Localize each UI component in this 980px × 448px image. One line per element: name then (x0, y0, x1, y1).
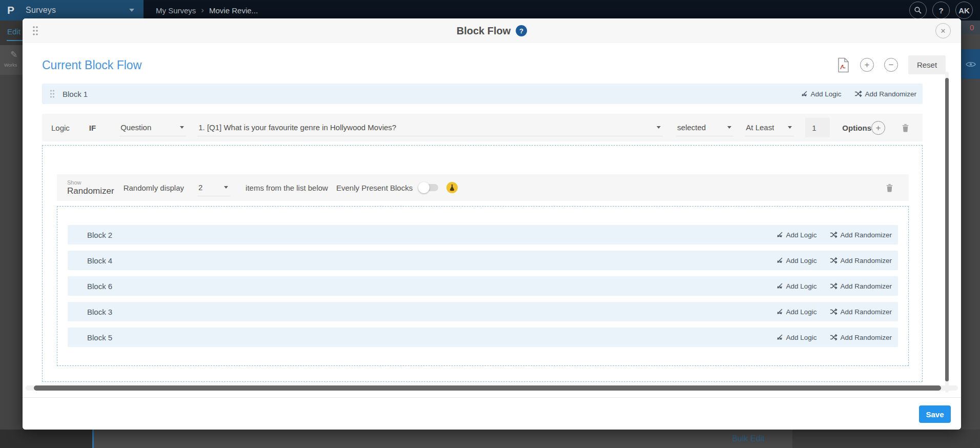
minus-icon: − (889, 60, 894, 69)
right-rail (961, 21, 980, 430)
bottom-left-panel (0, 430, 92, 448)
sidebar-item-workspace[interactable]: ✎ Works (0, 45, 23, 75)
add-condition-button[interactable]: + (871, 121, 885, 135)
add-logic-button[interactable]: Add Logic (801, 90, 841, 98)
bulk-edit-link[interactable]: Bulk Edit (715, 430, 782, 448)
export-pdf-icon[interactable] (837, 57, 850, 73)
questionpro-logo: P (7, 4, 14, 16)
randomizer-mode-label: Randomly display (124, 184, 184, 192)
add-logic-button[interactable]: Add Logic (776, 282, 816, 290)
block-row-block1[interactable]: Block 1 Add Logic Add Randomizer (42, 84, 923, 104)
product-name: Surveys (26, 6, 56, 15)
horizontal-scrollbar-thumb[interactable] (34, 385, 941, 391)
block-label: Block 5 (87, 333, 112, 342)
add-randomizer-button[interactable]: Add Randomizer (854, 90, 916, 98)
section-title: Current Block Flow (42, 58, 141, 72)
active-tab-underline (7, 40, 23, 41)
block-label: Block 4 (87, 256, 112, 265)
delete-logic-icon[interactable] (902, 124, 909, 132)
search-icon (914, 6, 922, 14)
randomizer-header: Show Randomizer Randomly display 2 items… (57, 174, 909, 201)
zoom-in-button[interactable]: + (860, 58, 874, 72)
notification-badge: 0 (961, 21, 980, 34)
preview-button[interactable] (961, 49, 980, 79)
logic-row: Logic IF Question 1. [Q1] What is your f… (42, 114, 923, 141)
randomizer-items-label: items from the list below (246, 184, 328, 192)
workspace-icon: ✎ (10, 49, 17, 60)
drag-handle-icon[interactable] (32, 25, 39, 36)
block-row-block5[interactable]: Block 5 Add Logic Add Randomizer (68, 328, 898, 347)
breadcrumb-separator-icon: › (201, 5, 204, 15)
shuffle-icon (854, 90, 862, 97)
logic-branch-icon (801, 90, 808, 97)
avatar[interactable]: AK (955, 2, 973, 19)
block-flow-modal: Block Flow ? ✕ Current Block Flow + − Re… (23, 18, 961, 430)
add-logic-button[interactable]: Add Logic (776, 257, 816, 264)
add-randomizer-button[interactable]: Add Randomizer (830, 257, 892, 264)
add-logic-button[interactable]: Add Logic (776, 231, 816, 239)
logic-branch-icon (776, 334, 783, 341)
block-row-block2[interactable]: Block 2 Add Logic Add Randomizer (68, 225, 898, 245)
close-icon: ✕ (941, 27, 946, 35)
help-button[interactable]: ? (932, 2, 950, 19)
question-dropdown[interactable]: 1. [Q1] What is your favourite genre in … (197, 119, 663, 136)
options-label: Options (842, 124, 871, 132)
modal-footer: Save (23, 397, 961, 430)
modal-help-icon[interactable]: ? (516, 25, 527, 36)
left-nav-strip (0, 21, 23, 430)
block-row-block4[interactable]: Block 4 Add Logic Add Randomizer (68, 251, 898, 270)
block-row-block3[interactable]: Block 3 Add Logic Add Randomizer (68, 302, 898, 321)
count-input[interactable] (805, 118, 830, 137)
chevron-down-icon (180, 126, 184, 129)
shuffle-icon (830, 334, 838, 341)
tab-edit[interactable]: Edit (0, 21, 23, 45)
chevron-down-icon (727, 126, 731, 129)
reset-button[interactable]: Reset (908, 55, 946, 74)
add-randomizer-button[interactable]: Add Randomizer (830, 308, 892, 316)
chevron-down-icon (129, 9, 134, 12)
beta-feature-badge (446, 182, 458, 193)
zoom-out-button[interactable]: − (884, 58, 898, 72)
logic-branch-icon (776, 231, 783, 238)
evenly-present-label: Evenly Present Blocks (336, 184, 413, 192)
add-logic-button[interactable]: Add Logic (776, 308, 816, 316)
breadcrumb-survey-name[interactable]: Movie Revie... (209, 6, 258, 15)
flask-icon (449, 184, 455, 191)
bottom-right-panel (792, 430, 980, 448)
randomizer-block-list: Block 2 Add Logic Add Randomizer Block (57, 206, 909, 366)
screen: P Surveys My Surveys › Movie Revie... ? … (0, 0, 980, 448)
chevron-down-icon (224, 186, 228, 189)
condition-dropdown[interactable]: selected (676, 119, 733, 136)
search-button[interactable] (909, 2, 927, 19)
modal-title: Block Flow (457, 25, 511, 37)
shuffle-icon (830, 282, 838, 290)
breadcrumb-my-surveys[interactable]: My Surveys (156, 6, 196, 15)
toggle-knob (418, 182, 430, 193)
breadcrumb: My Surveys › Movie Revie... (156, 0, 258, 21)
logic-branch-icon (776, 257, 783, 264)
randomizer-title: Show Randomizer (67, 179, 114, 196)
add-randomizer-button[interactable]: Add Randomizer (830, 334, 892, 341)
drag-handle-icon[interactable] (49, 89, 55, 98)
chevron-down-icon (657, 126, 661, 129)
evenly-present-toggle[interactable] (420, 184, 438, 191)
logic-type-dropdown[interactable]: Question (119, 119, 186, 136)
vertical-scrollbar-thumb[interactable] (945, 78, 949, 381)
comparison-dropdown[interactable]: At Least (745, 119, 794, 136)
if-operator: IF (89, 124, 96, 132)
add-randomizer-button[interactable]: Add Randomizer (830, 282, 892, 290)
selected-question-edge (92, 430, 94, 448)
app-topbar: P Surveys My Surveys › Movie Revie... ? … (0, 0, 980, 21)
add-logic-button[interactable]: Add Logic (776, 334, 816, 341)
product-switcher[interactable]: P Surveys (0, 0, 144, 21)
close-button[interactable]: ✕ (935, 23, 951, 38)
randomizer-count-dropdown[interactable]: 2 (197, 179, 230, 196)
shuffle-icon (830, 257, 838, 264)
add-randomizer-button[interactable]: Add Randomizer (830, 231, 892, 239)
save-button[interactable]: Save (919, 405, 951, 423)
topbar-actions: ? AK (909, 2, 973, 19)
block-label: Block 6 (87, 282, 112, 291)
modal-header: Block Flow ? ✕ (23, 18, 961, 43)
block-row-block6[interactable]: Block 6 Add Logic Add Randomizer (68, 276, 898, 296)
delete-randomizer-icon[interactable] (886, 184, 893, 192)
